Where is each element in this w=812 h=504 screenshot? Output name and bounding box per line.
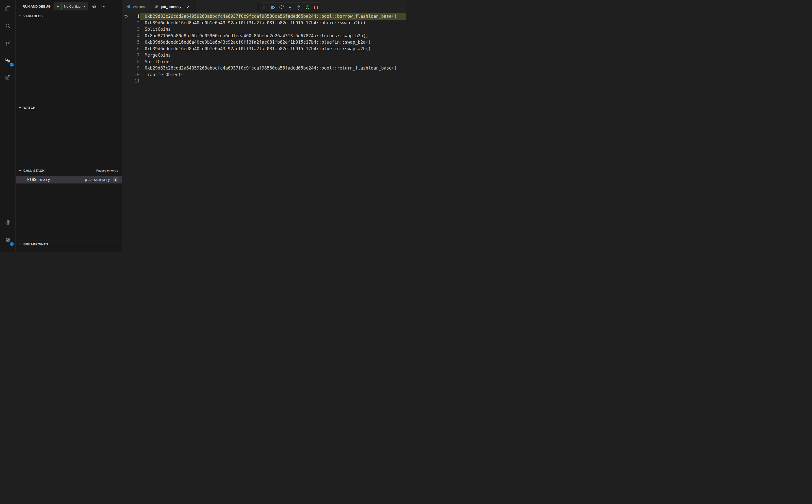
line-number: 8 <box>129 59 140 65</box>
chevron-down-icon <box>18 169 22 173</box>
line-number: 2 <box>129 20 140 26</box>
glyph-margin[interactable] <box>122 14 129 19</box>
activity-item-settings[interactable]: 1 <box>0 231 16 248</box>
line-text: TransferObjects <box>140 72 406 78</box>
line-number: 11 <box>129 78 140 85</box>
stack-frame[interactable]: PTBSummaryptb_summary1 <box>16 176 122 183</box>
call-stack-title: CALL STACK <box>23 169 45 173</box>
play-icon <box>56 5 60 8</box>
breakpoints-section: BREAKPOINTS <box>16 241 122 252</box>
line-text: MergeCoins <box>140 52 406 59</box>
line-text: 0xb39d6dddedd16ed8a40ce0b1e6b43c92acf0ff… <box>140 39 406 46</box>
line-number: 5 <box>129 39 140 46</box>
start-debugging-button[interactable] <box>54 3 61 10</box>
call-stack-section: CALL STACK Paused on entry PTBSummaryptb… <box>16 167 122 241</box>
config-label: No Configur <box>64 5 81 8</box>
close-icon[interactable] <box>186 4 191 9</box>
sidebar-header: RUN AND DEBUG No Configur <box>16 0 122 13</box>
line-text: 0xb29d83c26cdd2a64959263abbcfc4a6937f0c9… <box>140 65 406 72</box>
line-number: 6 <box>129 46 140 52</box>
tab-ptb-summary[interactable]: ptb_summary <box>151 0 195 13</box>
code-line[interactable]: 50xb39d6dddedd16ed8a40ce0b1e6b43c92acf0f… <box>122 39 406 46</box>
debug-config-dropdown[interactable]: No Configur <box>62 3 88 10</box>
chevron-down-icon <box>18 106 22 110</box>
chevron-down-icon <box>83 5 86 8</box>
toolbar-drag-handle[interactable] <box>260 4 268 11</box>
code-lines: 10xb29d83c26cdd2a64959263abbcfc4a6937f0c… <box>122 13 406 85</box>
files-icon <box>5 6 11 12</box>
frame-name: PTBSummary <box>27 177 50 182</box>
breakpoints-header[interactable]: BREAKPOINTS <box>16 241 122 247</box>
tab-welcome[interactable]: Welcome <box>122 0 151 13</box>
line-number: 1 <box>129 13 140 20</box>
activity-bar-top: 1 <box>0 0 15 86</box>
code-line[interactable]: 90xb29d83c26cdd2a64959263abbcfc4a6937f0c… <box>122 65 406 72</box>
frame-meta: ptb_summary1 <box>85 177 118 182</box>
frame-badge: 1 <box>113 177 118 182</box>
line-number: 3 <box>129 26 140 33</box>
call-stack-header[interactable]: CALL STACK Paused on entry <box>16 167 122 174</box>
code-line[interactable]: 40x8ae871505a80d8bf6bf9c05906cda6edfeea4… <box>122 33 406 39</box>
watch-section: WATCH <box>16 104 122 167</box>
debug-settings-button[interactable] <box>91 3 97 10</box>
call-stack-list: PTBSummaryptb_summary1 <box>16 174 122 241</box>
code-line[interactable]: 11 <box>122 78 406 85</box>
restart-button[interactable] <box>303 4 311 11</box>
activity-bar: 1 <box>0 0 16 252</box>
call-stack-status: Paused on entry <box>96 169 118 172</box>
settings-badge: 1 <box>10 242 14 246</box>
debug-toolbar <box>259 3 321 12</box>
run-debug-sidebar: RUN AND DEBUG No Configur <box>16 0 122 252</box>
activity-item-source-control[interactable] <box>0 35 16 52</box>
watch-title: WATCH <box>23 106 36 110</box>
step-out-button[interactable] <box>294 4 303 11</box>
stackframe-arrow-icon <box>124 14 128 19</box>
source-control-icon <box>5 40 11 46</box>
line-text: SplitCoins <box>140 26 406 33</box>
debug-stop-icon <box>313 5 318 10</box>
file-list-icon <box>155 5 159 9</box>
activity-bar-bottom: 1 <box>0 214 15 248</box>
activity-item-extensions[interactable] <box>0 69 16 86</box>
debug-launch-bar: No Configur <box>54 3 88 10</box>
line-text: 0xb39d6dddedd16ed8a40ce0b1e6b43c92acf0ff… <box>140 20 406 26</box>
step-over-button[interactable] <box>277 4 286 11</box>
debug-badge: 1 <box>10 62 14 67</box>
code-editor[interactable]: 10xb29d83c26cdd2a64959263abbcfc4a6937f0c… <box>122 13 406 252</box>
code-line[interactable]: 60xb39d6dddedd16ed8a40ce0b1e6b43c92acf0f… <box>122 46 406 52</box>
debug-step-over-icon <box>279 5 284 10</box>
debug-step-out-icon <box>296 5 301 10</box>
continue-button[interactable] <box>269 4 277 11</box>
gear-icon <box>92 4 97 9</box>
activity-item-accounts[interactable] <box>0 214 16 231</box>
watch-header[interactable]: WATCH <box>16 104 122 111</box>
debug-restart-icon <box>305 5 310 10</box>
editor-area: Welcome ptb_summary <box>122 0 406 252</box>
line-text: 0xb39d6dddedd16ed8a40ce0b1e6b43c92acf0ff… <box>140 46 406 52</box>
gripper-icon <box>262 5 266 10</box>
activity-item-explorer[interactable] <box>0 0 16 17</box>
activity-item-search[interactable] <box>0 17 16 35</box>
more-actions-button[interactable] <box>100 3 107 10</box>
activity-item-run-and-debug[interactable]: 1 <box>0 52 16 69</box>
vscode-logo-icon <box>126 4 130 9</box>
account-icon <box>5 220 11 226</box>
debug-step-into-icon <box>287 5 293 10</box>
chevron-down-icon <box>18 14 22 18</box>
debug-icon <box>5 57 11 63</box>
step-into-button[interactable] <box>286 4 294 11</box>
code-line[interactable]: 8SplitCoins <box>122 59 406 65</box>
variables-header[interactable]: VARIABLES <box>16 13 122 19</box>
stop-button[interactable] <box>312 4 320 11</box>
code-line[interactable]: 10xb29d83c26cdd2a64959263abbcfc4a6937f0c… <box>122 13 406 20</box>
breakpoints-title: BREAKPOINTS <box>23 242 48 246</box>
line-number: 10 <box>129 72 140 78</box>
code-line[interactable]: 20xb39d6dddedd16ed8a40ce0b1e6b43c92acf0f… <box>122 20 406 26</box>
code-line[interactable]: 7MergeCoins <box>122 52 406 59</box>
debug-continue-icon <box>270 5 275 10</box>
frame-file: ptb_summary <box>85 177 110 182</box>
code-line[interactable]: 10TransferObjects <box>122 72 406 78</box>
code-line[interactable]: 3SplitCoins <box>122 26 406 33</box>
sidebar-title: RUN AND DEBUG <box>23 5 51 8</box>
variables-title: VARIABLES <box>23 14 43 18</box>
